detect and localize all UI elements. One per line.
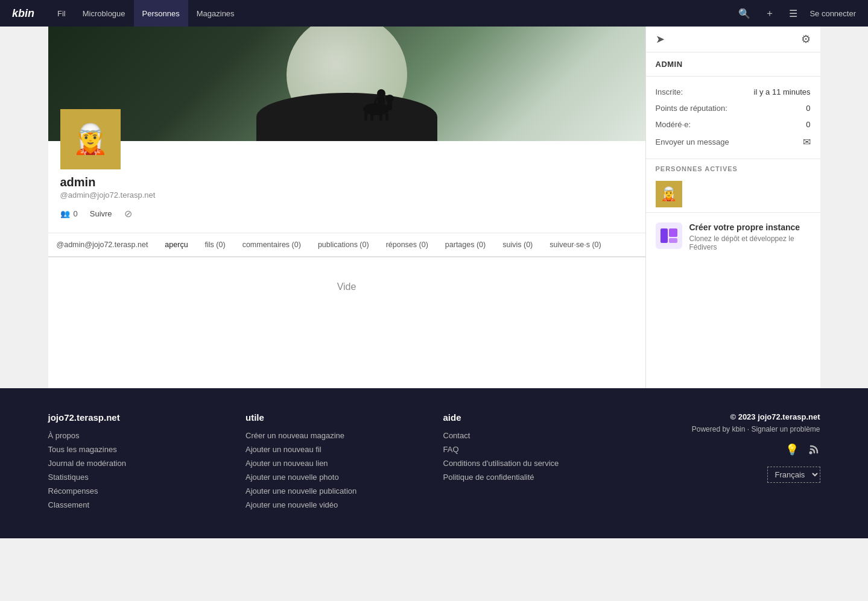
lightbulb-icon[interactable]: 💡 — [785, 443, 799, 458]
language-select[interactable]: Français — [767, 467, 820, 483]
main-nav: kbin Fil Microblogue Personnes Magazines… — [0, 0, 868, 27]
svg-rect-3 — [379, 112, 382, 121]
tab-handle[interactable]: @admin@jojo72.terasp.net — [48, 233, 157, 257]
rss-icon[interactable] — [808, 443, 820, 458]
avatar-emoji: 🧝 — [72, 122, 109, 156]
nav-right: 🔍 ＋ ☰ Se connecter — [736, 5, 856, 22]
active-user-emoji: 🧝 — [661, 186, 677, 202]
inscrite-label: Inscrite: — [656, 87, 683, 96]
profile-username: admin — [60, 175, 633, 189]
main-content: 🧝 admin @admin@jojo72.terasp.net 👥 0 Sui… — [48, 27, 645, 388]
footer-link-confidentialite[interactable]: Politique de confidentialité — [443, 473, 623, 482]
profile-area: 🧝 admin @admin@jojo72.terasp.net 👥 0 Sui… — [48, 141, 645, 233]
sidebar-message-row: Envoyer un message ✉ — [656, 133, 811, 151]
tab-reponses[interactable]: réponses (0) — [378, 233, 437, 257]
footer-copyright: © 2023 jojo72.terasp.net — [641, 412, 820, 421]
footer-link-new-fil[interactable]: Ajouter un nouveau fil — [246, 445, 425, 454]
instance-promo: Créer votre propre instance Clonez le dé… — [646, 212, 820, 261]
search-icon[interactable]: 🔍 — [736, 5, 753, 22]
inscrite-value: il y a 11 minutes — [754, 87, 811, 96]
modere-value: 0 — [806, 120, 810, 129]
followers-button[interactable]: 👥 0 — [60, 209, 78, 218]
svg-point-6 — [385, 95, 394, 102]
followers-count: 0 — [74, 209, 78, 218]
settings-icon[interactable]: ⚙ — [801, 33, 811, 46]
message-icon[interactable]: ✉ — [803, 136, 811, 148]
nav-fil[interactable]: Fil — [49, 0, 74, 27]
svg-rect-10 — [661, 228, 668, 243]
nav-magazines[interactable]: Magazines — [188, 0, 243, 27]
footer-utile-title: utile — [246, 412, 425, 423]
sidebar-reputation-row: Points de réputation: 0 — [656, 100, 811, 116]
send-icon[interactable]: ➤ — [656, 33, 665, 46]
footer-link-magazines[interactable]: Tous les magazines — [48, 445, 228, 454]
menu-icon[interactable]: ☰ — [787, 5, 800, 22]
promo-logo — [656, 222, 682, 249]
page-wrapper: 🧝 admin @admin@jojo72.terasp.net 👥 0 Sui… — [48, 27, 820, 388]
tab-publications[interactable]: publications (0) — [309, 233, 378, 257]
svg-rect-11 — [669, 228, 677, 237]
hill-decoration — [256, 93, 437, 141]
block-button[interactable]: ⊘ — [124, 208, 132, 219]
footer-link-new-lien[interactable]: Ajouter un nouveau lien — [246, 459, 425, 468]
footer-link-statistiques[interactable]: Statistiques — [48, 473, 228, 482]
footer-col-aide: aide Contact FAQ Conditions d'utilisatio… — [443, 412, 623, 514]
sidebar-username: ADMIN — [656, 60, 811, 69]
promo-text: Créer votre propre instance Clonez le dé… — [689, 222, 811, 251]
footer-powered: Powered by kbin · Signaler un problème — [641, 425, 820, 433]
active-user-item: 🧝 — [646, 176, 820, 212]
footer-site-name: jojo72.terasp.net — [48, 412, 228, 423]
footer-col-utile: utile Créer un nouveau magazine Ajouter … — [246, 412, 425, 514]
tab-commentaires[interactable]: commentaires (0) — [234, 233, 309, 257]
svg-rect-1 — [364, 112, 367, 121]
promo-title: Créer votre propre instance — [689, 222, 811, 232]
site-footer: jojo72.terasp.net À propos Tous les maga… — [0, 388, 868, 538]
footer-link-classement[interactable]: Classement — [48, 500, 228, 509]
rider-silhouette — [352, 79, 401, 123]
follow-button[interactable]: Suivre — [85, 207, 117, 221]
nav-links: Fil Microblogue Personnes Magazines — [49, 0, 736, 27]
add-icon[interactable]: ＋ — [762, 5, 777, 22]
modere-label: Modéré·e: — [656, 120, 691, 129]
sidebar-admin-section: ADMIN — [646, 52, 820, 77]
svg-rect-2 — [370, 113, 373, 121]
sidebar-top-bar: ➤ ⚙ — [646, 27, 820, 52]
tab-fils[interactable]: fils (0) — [197, 233, 234, 257]
message-label: Envoyer un message — [656, 137, 729, 146]
tabs-bar: @admin@jojo72.terasp.net aperçu fils (0)… — [48, 233, 645, 257]
sidebar: ➤ ⚙ ADMIN Inscrite: il y a 11 minutes Po… — [645, 27, 820, 388]
footer-icons: 💡 — [641, 443, 820, 458]
tab-suivis[interactable]: suivis (0) — [494, 233, 541, 257]
footer-link-faq[interactable]: FAQ — [443, 445, 623, 454]
content-panel: Vide — [48, 257, 645, 316]
reputation-value: 0 — [806, 104, 810, 113]
brand-logo[interactable]: kbin — [12, 7, 34, 20]
avatar: 🧝 — [60, 109, 121, 169]
tab-partages[interactable]: partages (0) — [437, 233, 494, 257]
nav-personnes[interactable]: Personnes — [134, 0, 188, 27]
footer-link-new-magazine[interactable]: Créer un nouveau magazine — [246, 431, 425, 440]
sidebar-modere-row: Modéré·e: 0 — [656, 116, 811, 133]
avatar-container: 🧝 — [60, 109, 121, 169]
tab-apercu[interactable]: aperçu — [156, 233, 196, 257]
footer-col-site: jojo72.terasp.net À propos Tous les maga… — [48, 412, 228, 514]
footer-link-new-publication[interactable]: Ajouter une nouvelle publication — [246, 486, 425, 496]
reputation-label: Points de réputation: — [656, 104, 727, 113]
footer-link-new-photo[interactable]: Ajouter une nouvelle photo — [246, 473, 425, 482]
nav-microblogue[interactable]: Microblogue — [74, 0, 134, 27]
sidebar-inscrite-row: Inscrite: il y a 11 minutes — [656, 84, 811, 100]
sidebar-info-section: Inscrite: il y a 11 minutes Points de ré… — [646, 77, 820, 159]
tab-suiveurs[interactable]: suiveur·se·s (0) — [541, 233, 609, 257]
connect-button[interactable]: Se connecter — [809, 9, 856, 18]
profile-actions: 👥 0 Suivre ⊘ — [60, 207, 633, 221]
footer-link-conditions[interactable]: Conditions d'utilisation du service — [443, 459, 623, 468]
footer-link-journal[interactable]: Journal de modération — [48, 459, 228, 468]
powered-text: Powered by kbin · Signaler un problème — [692, 425, 820, 433]
svg-point-13 — [809, 452, 812, 455]
promo-subtitle: Clonez le dépôt et développez le Fédiver… — [689, 234, 811, 251]
footer-link-new-video[interactable]: Ajouter une nouvelle vidéo — [246, 500, 425, 509]
footer-link-recompenses[interactable]: Récompenses — [48, 486, 228, 496]
footer-link-apropos[interactable]: À propos — [48, 431, 228, 440]
footer-grid: jojo72.terasp.net À propos Tous les maga… — [48, 412, 820, 514]
footer-link-contact[interactable]: Contact — [443, 431, 623, 440]
